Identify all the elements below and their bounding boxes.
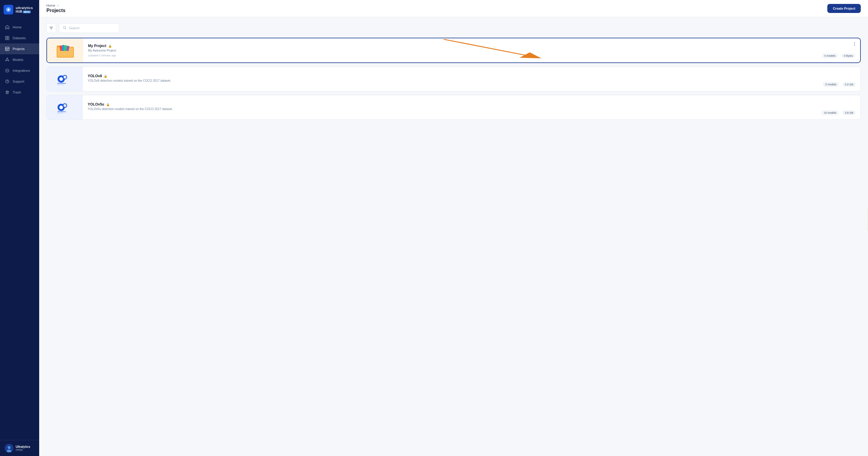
project-name-yolov8: YOLOv8 bbox=[88, 74, 102, 78]
sidebar-item-models-label: Models bbox=[13, 58, 23, 61]
card-info-yolov5u: YOLOv5u 🔒 YOLOv5u detection models train… bbox=[83, 98, 821, 117]
card-meta-yolov5u: 10 models 3.8 GB bbox=[821, 110, 861, 119]
project-card-yolov5u[interactable]: ultralytics YOLOv5u YOLOv5u 🔒 YOLOv5u de… bbox=[46, 95, 861, 120]
page-header: Home > Projects bbox=[46, 4, 65, 13]
svg-rect-3 bbox=[5, 38, 7, 40]
size-badge-yolov8: 2.0 GB bbox=[842, 82, 856, 87]
breadcrumb-home[interactable]: Home bbox=[46, 4, 55, 7]
breadcrumb-separator: > bbox=[57, 4, 59, 7]
svg-rect-6 bbox=[6, 49, 8, 50]
sidebar-nav: Home Datasets bbox=[0, 21, 39, 440]
sidebar-item-models[interactable]: Models bbox=[0, 54, 39, 65]
page-title: Projects bbox=[46, 8, 65, 13]
svg-rect-4 bbox=[7, 38, 9, 40]
sidebar-item-home[interactable]: Home bbox=[0, 22, 39, 33]
project-desc-my-project: My Awesome Project bbox=[88, 49, 817, 52]
card-title-row: My Project 🔒 bbox=[88, 44, 817, 48]
avatar bbox=[5, 444, 13, 452]
svg-point-38 bbox=[64, 76, 66, 78]
lock-icon-yolov5u: 🔒 bbox=[106, 103, 110, 106]
logo-icon bbox=[4, 5, 13, 15]
project-card-my-project[interactable]: My Project 🔒 My Awesome Project Updated … bbox=[46, 38, 861, 63]
search-bar bbox=[46, 23, 861, 33]
svg-line-27 bbox=[65, 28, 66, 29]
search-input-wrap bbox=[59, 23, 119, 33]
sidebar-item-support[interactable]: Support bbox=[0, 76, 39, 87]
sidebar-item-home-label: Home bbox=[13, 25, 22, 29]
svg-point-44 bbox=[64, 104, 66, 107]
user-name: Ultralytics bbox=[16, 445, 30, 449]
project-desc-yolov8: YOLOv8 detection models trained on the C… bbox=[88, 79, 818, 82]
logo-hub: HUBBETA bbox=[16, 10, 33, 13]
user-info: Ultralytics FREE bbox=[16, 445, 30, 452]
lock-icon-my-project: 🔒 bbox=[108, 44, 112, 48]
yolov8-logo: ultralytics YOLOv8 bbox=[51, 70, 79, 88]
svg-text:YOLOv8: YOLOv8 bbox=[57, 84, 63, 85]
svg-point-11 bbox=[8, 60, 9, 61]
card-meta-my-project: 0 models 0 Bytes bbox=[822, 53, 860, 62]
support-icon bbox=[5, 79, 10, 84]
models-badge-my-project: 0 models bbox=[822, 53, 838, 58]
project-updated-my-project: Updated 5 minutes ago bbox=[88, 54, 817, 57]
sidebar-item-integrations[interactable]: Integrations bbox=[0, 65, 39, 76]
user-area[interactable]: Ultralytics FREE bbox=[0, 440, 39, 456]
size-badge-my-project: 0 Bytes bbox=[841, 53, 855, 58]
trash-icon bbox=[5, 90, 10, 95]
sidebar-item-projects[interactable]: Projects bbox=[0, 44, 39, 54]
size-badge-yolov5u: 3.8 GB bbox=[842, 110, 856, 115]
sidebar-item-projects-label: Projects bbox=[13, 47, 25, 51]
models-icon bbox=[5, 57, 10, 62]
lock-icon-yolov8: 🔒 bbox=[104, 75, 107, 78]
integrations-icon bbox=[5, 68, 10, 73]
user-plan: FREE bbox=[16, 449, 30, 452]
sidebar-item-datasets[interactable]: Datasets bbox=[0, 33, 39, 44]
svg-point-36 bbox=[59, 77, 63, 81]
sidebar-item-support-label: Support bbox=[13, 80, 24, 83]
card-meta-yolov8: 5 models 2.0 GB bbox=[823, 82, 861, 91]
filter-button[interactable] bbox=[46, 23, 56, 33]
search-input[interactable] bbox=[69, 26, 116, 30]
models-badge-yolov8: 5 models bbox=[823, 82, 839, 87]
svg-rect-2 bbox=[7, 36, 9, 38]
svg-text:ultralytics: ultralytics bbox=[57, 82, 66, 84]
sidebar-item-trash[interactable]: Trash bbox=[0, 87, 39, 98]
logo-name: ultralytics bbox=[16, 6, 33, 10]
my-project-wrapper: My Project 🔒 My Awesome Project Updated … bbox=[46, 38, 861, 63]
svg-text:YOLOv5u: YOLOv5u bbox=[57, 113, 64, 113]
card-info-yolov8: YOLOv8 🔒 YOLOv8 detection models trained… bbox=[83, 70, 823, 88]
sidebar-item-trash-label: Trash bbox=[13, 90, 21, 94]
topbar: Home > Projects Create Project bbox=[39, 0, 868, 17]
sidebar-item-datasets-label: Datasets bbox=[13, 36, 26, 40]
search-icon bbox=[63, 25, 67, 31]
svg-point-42 bbox=[59, 106, 63, 109]
sidebar-item-integrations-label: Integrations bbox=[13, 69, 30, 73]
sidebar: ultralytics HUBBETA Home bbox=[0, 0, 39, 456]
projects-icon bbox=[5, 47, 10, 51]
svg-point-8 bbox=[6, 59, 8, 61]
card-title-row-yolov5u: YOLOv5u 🔒 bbox=[88, 102, 816, 107]
logo-area: ultralytics HUBBETA bbox=[0, 0, 39, 21]
yolov5u-logo: ultralytics YOLOv5u bbox=[51, 98, 79, 116]
models-badge-yolov5u: 10 models bbox=[821, 110, 839, 115]
project-desc-yolov5u: YOLOv5u detection models trained on the … bbox=[88, 107, 816, 111]
home-icon bbox=[5, 25, 10, 30]
project-name-yolov5u: YOLOv5u bbox=[88, 102, 104, 107]
card-thumbnail-my-project bbox=[47, 38, 83, 62]
project-menu-my-project[interactable]: ⋮ bbox=[852, 42, 857, 46]
create-project-button[interactable]: Create Project bbox=[827, 4, 861, 13]
svg-rect-5 bbox=[5, 47, 9, 51]
svg-point-10 bbox=[5, 60, 6, 61]
main-content: Home > Projects Create Project bbox=[39, 0, 868, 456]
beta-badge: BETA bbox=[23, 10, 31, 13]
svg-point-21 bbox=[7, 446, 10, 449]
project-name-my-project: My Project bbox=[88, 44, 106, 48]
breadcrumb: Home > bbox=[46, 4, 65, 7]
card-thumbnail-yolov8: ultralytics YOLOv8 bbox=[47, 67, 83, 91]
svg-rect-1 bbox=[5, 36, 7, 38]
svg-text:ultralytics: ultralytics bbox=[57, 111, 66, 113]
svg-rect-31 bbox=[62, 45, 64, 51]
project-card-yolov8[interactable]: ultralytics YOLOv8 YOLOv8 🔒 YOLOv8 detec… bbox=[46, 67, 861, 91]
card-title-row-yolov8: YOLOv8 🔒 bbox=[88, 74, 818, 78]
datasets-icon bbox=[5, 36, 10, 40]
card-info-my-project: My Project 🔒 My Awesome Project Updated … bbox=[83, 39, 822, 61]
